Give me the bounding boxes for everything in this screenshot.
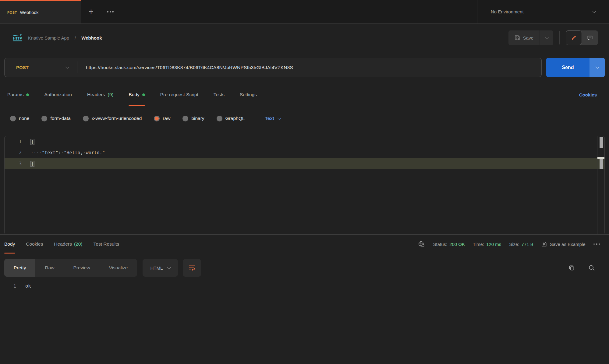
wrap-text-button[interactable] — [183, 259, 201, 277]
time-readout: Time: 120 ms — [473, 242, 501, 247]
raw-language-selector[interactable]: Text — [265, 116, 281, 121]
save-button-group: Save — [508, 30, 553, 45]
tab-tests[interactable]: Tests — [214, 83, 225, 106]
scrollbar-thumb[interactable] — [600, 137, 603, 148]
response-tab-cookies[interactable]: Cookies — [26, 235, 43, 254]
save-as-example-button[interactable]: Save as Example — [541, 241, 586, 247]
view-preview[interactable]: Preview — [64, 259, 100, 277]
tab-prerequest-label: Pre-request Script — [160, 92, 198, 97]
search-icon[interactable] — [588, 264, 595, 271]
environment-label: No Environment — [491, 9, 524, 14]
cookies-link[interactable]: Cookies — [579, 92, 597, 97]
svg-text:HTTP: HTTP — [13, 37, 22, 40]
new-tab-button[interactable]: + — [81, 0, 101, 23]
more-options-icon — [107, 11, 114, 12]
chevron-down-icon — [65, 65, 69, 69]
breadcrumb-request-name[interactable]: Webhook — [81, 35, 102, 40]
radio-raw[interactable]: raw — [154, 116, 170, 121]
radio-none-label: none — [19, 116, 29, 121]
send-label: Send — [562, 65, 574, 70]
response-actions — [568, 264, 605, 271]
format-selector[interactable]: HTML — [143, 259, 178, 277]
tab-authorization-label: Authorization — [44, 92, 72, 97]
breadcrumb-collection[interactable]: Knative Sample App — [28, 35, 69, 40]
response-more-options-icon[interactable] — [593, 243, 600, 245]
radio-icon — [83, 116, 89, 121]
radio-icon — [182, 116, 188, 121]
format-label: HTML — [150, 265, 163, 271]
tab-authorization[interactable]: Authorization — [44, 83, 72, 106]
response-tab-test-results-label: Test Results — [94, 241, 119, 247]
line-number: 1 — [5, 139, 22, 145]
request-body-editor[interactable]: 1 { 2 ····"text":·"Hello,·world." 3 } — [4, 136, 605, 234]
send-options-button[interactable] — [590, 58, 605, 77]
floppy-disk-icon — [541, 241, 547, 247]
green-dot-icon — [26, 93, 29, 96]
response-tab-cookies-label: Cookies — [26, 241, 43, 247]
response-tab-body[interactable]: Body — [4, 235, 15, 254]
globe-lock-icon[interactable] — [418, 241, 425, 248]
radio-selected-icon — [154, 116, 160, 121]
http-badge-icon: HTTP — [12, 33, 23, 42]
request-tab[interactable]: POST Webhook — [0, 0, 81, 23]
method-label: POST — [16, 65, 29, 70]
chevron-down-icon — [277, 116, 281, 120]
response-tab-test-results[interactable]: Test Results — [94, 235, 119, 254]
radio-binary-label: binary — [191, 116, 204, 121]
save-button[interactable]: Save — [508, 30, 540, 45]
view-visualize[interactable]: Visualize — [100, 259, 137, 277]
size-readout: Size: 771 B — [509, 242, 533, 247]
radio-form-data-label: form-data — [50, 116, 70, 121]
tab-tests-label: Tests — [214, 92, 225, 97]
mode-toggle-group — [566, 30, 598, 45]
send-button[interactable]: Send — [546, 58, 590, 77]
tab-body[interactable]: Body — [129, 83, 145, 106]
url-bar: POST https://hooks.slack.com/services/T0… — [4, 58, 542, 77]
radio-none[interactable]: none — [10, 116, 29, 121]
header-actions: Save — [508, 30, 598, 45]
code-text: ····"text":·"Hello,·world." — [31, 150, 105, 156]
view-raw[interactable]: Raw — [35, 259, 64, 277]
radio-urlencoded[interactable]: x-www-form-urlencoded — [83, 116, 142, 121]
line-number: 3 — [5, 161, 22, 166]
line-number: 2 — [5, 150, 22, 156]
save-options-button[interactable] — [540, 30, 553, 45]
tab-prerequest-script[interactable]: Pre-request Script — [160, 83, 198, 106]
response-body[interactable]: 1 ok — [0, 283, 609, 289]
method-selector[interactable]: POST — [5, 65, 77, 70]
tab-params-label: Params — [7, 92, 23, 97]
response-section: Body Cookies Headers (20) Test Results — [0, 234, 609, 289]
green-dot-icon — [142, 93, 145, 96]
radio-icon — [217, 116, 222, 121]
tab-settings[interactable]: Settings — [240, 83, 257, 106]
radio-icon — [10, 116, 16, 121]
url-input[interactable]: https://hooks.slack.com/services/T06TD83… — [77, 65, 293, 70]
radio-graphql[interactable]: GraphQL — [217, 116, 245, 121]
edit-mode-button[interactable] — [566, 30, 582, 45]
tab-params[interactable]: Params — [7, 83, 29, 106]
request-tabs: Params Authorization Headers (9) Body Pr… — [0, 83, 609, 106]
tab-method-badge: POST — [7, 11, 17, 14]
plus-icon: + — [89, 7, 94, 16]
radio-binary[interactable]: binary — [182, 116, 204, 121]
radio-form-data[interactable]: form-data — [41, 116, 70, 121]
response-tab-body-label: Body — [4, 241, 15, 247]
editor-line-current: 3 } — [5, 158, 604, 169]
environment-selector[interactable]: No Environment — [477, 0, 609, 23]
editor-scrollbar[interactable] — [597, 136, 604, 234]
status-label: Status: — [433, 242, 447, 247]
editor-line: 2 ····"text":·"Hello,·world." — [5, 147, 604, 158]
radio-raw-label: raw — [163, 116, 170, 121]
chevron-down-icon — [545, 35, 549, 39]
send-button-group: Send — [546, 58, 605, 77]
scrollbar-marker — [600, 159, 603, 169]
tab-options-button[interactable] — [101, 0, 119, 23]
tab-headers[interactable]: Headers (9) — [87, 83, 114, 106]
chevron-down-icon — [592, 9, 596, 13]
view-pretty[interactable]: Pretty — [4, 259, 35, 277]
copy-icon[interactable] — [568, 264, 575, 271]
response-tab-headers[interactable]: Headers (20) — [54, 235, 82, 254]
time-label: Time: — [473, 242, 484, 247]
comments-button[interactable] — [582, 30, 598, 45]
floppy-disk-icon — [515, 35, 520, 40]
